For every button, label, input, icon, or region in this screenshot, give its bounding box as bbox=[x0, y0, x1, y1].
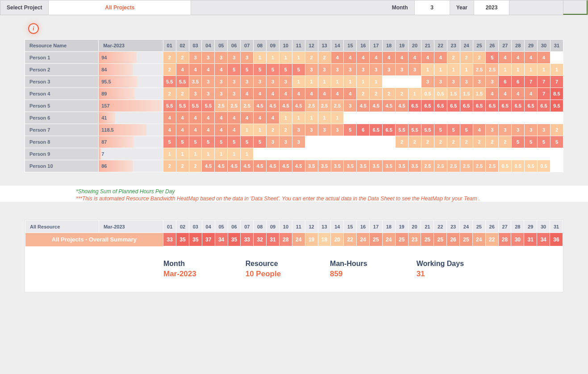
heatmap-cell: 2 bbox=[305, 52, 318, 64]
heatmap-cell: 2 bbox=[473, 136, 486, 148]
summary-col-left: All Resource bbox=[25, 220, 99, 233]
heatmap-cell bbox=[408, 148, 421, 160]
summary-col-day: 23 bbox=[447, 220, 460, 233]
col-header-day: 17 bbox=[370, 40, 383, 52]
heatmap-cell bbox=[396, 148, 409, 160]
heatmap-cell bbox=[486, 148, 499, 160]
summary-col-day: 05 bbox=[215, 220, 228, 233]
heatmap-cell: 1 bbox=[331, 112, 344, 124]
summary-cell: 24 bbox=[382, 233, 395, 246]
resource-name: Person 10 bbox=[25, 160, 99, 172]
heatmap-cell: 1 bbox=[189, 148, 202, 160]
heatmap-cell: 5 bbox=[163, 136, 176, 148]
col-header-day: 21 bbox=[421, 40, 434, 52]
heatmap-cell: 5.5 bbox=[163, 100, 176, 112]
heatmap-cell: 3 bbox=[292, 124, 305, 136]
col-header-day: 19 bbox=[396, 40, 409, 52]
heatmap-cell: 2 bbox=[473, 52, 486, 64]
heatmap-cell: 5.5 bbox=[202, 100, 215, 112]
stat-hours-label: Man-Hours bbox=[330, 260, 367, 268]
summary-cell: 22 bbox=[485, 233, 498, 246]
heatmap-cell: 1 bbox=[292, 76, 305, 88]
heatmap-cell: 2.5 bbox=[241, 100, 254, 112]
summary-cell: 24 bbox=[357, 233, 370, 246]
summary-cell: 35 bbox=[228, 233, 241, 246]
heatmap-cell: 4.5 bbox=[292, 160, 305, 172]
resource-total: 95.5 bbox=[99, 76, 163, 88]
summary-col-day: 26 bbox=[485, 220, 498, 233]
heatmap-row: Person 1 94 2233333111122444444444222544… bbox=[25, 52, 563, 64]
heatmap-cell: 4 bbox=[215, 124, 228, 136]
heatmap-cell: 4 bbox=[176, 124, 189, 136]
heatmap-cell bbox=[499, 112, 512, 124]
heatmap-cell: 1 bbox=[370, 76, 383, 88]
resource-name: Person 7 bbox=[25, 124, 99, 136]
heatmap-cell: 2 bbox=[189, 160, 202, 172]
year-input[interactable]: 2023 bbox=[474, 0, 509, 15]
heatmap-cell: 3 bbox=[538, 124, 550, 136]
col-header-day: 06 bbox=[228, 40, 241, 52]
heatmap-cell: 4.5 bbox=[383, 100, 396, 112]
heatmap-cell: 4 bbox=[344, 52, 357, 64]
resource-total: 41 bbox=[99, 112, 163, 124]
summary-col-day: 10 bbox=[279, 220, 292, 233]
month-input[interactable]: 3 bbox=[414, 0, 450, 15]
col-header-day: 25 bbox=[473, 40, 486, 52]
heatmap-cell: 3.5 bbox=[344, 160, 357, 172]
year-label: Year bbox=[450, 0, 474, 15]
heatmap-cell: 1 bbox=[215, 148, 228, 160]
heatmap-cell bbox=[396, 76, 409, 88]
heatmap-cell: 4.5 bbox=[267, 160, 279, 172]
heatmap-cell: 3 bbox=[318, 124, 331, 136]
heatmap-cell: 3 bbox=[512, 124, 525, 136]
heatmap-cell: 4 bbox=[228, 124, 241, 136]
heatmap-cell: 4 bbox=[512, 88, 525, 100]
heatmap-cell: 4 bbox=[228, 112, 241, 124]
col-header-day: 10 bbox=[279, 40, 292, 52]
col-header-day: 14 bbox=[331, 40, 344, 52]
project-select[interactable]: All Projects bbox=[48, 0, 191, 15]
heatmap-cell bbox=[460, 148, 473, 160]
heatmap-cell: 4 bbox=[383, 52, 396, 64]
summary-col-day: 19 bbox=[395, 220, 408, 233]
heatmap-cell: 5 bbox=[512, 136, 525, 148]
summary-col-day: 17 bbox=[369, 220, 382, 233]
heatmap-cell: 6.5 bbox=[447, 100, 460, 112]
heatmap-cell: 2 bbox=[163, 52, 176, 64]
heatmap-cell: 3 bbox=[318, 64, 331, 76]
heatmap-cell: 3 bbox=[292, 136, 305, 148]
heatmap-cell: 3 bbox=[241, 76, 254, 88]
heatmap-cell: 3 bbox=[305, 64, 318, 76]
heatmap-cell: 1 bbox=[512, 64, 525, 76]
summary-col-day: 12 bbox=[305, 220, 318, 233]
col-header-name: Resource Name bbox=[25, 40, 99, 52]
heatmap-cell: 4 bbox=[241, 112, 254, 124]
info-icon[interactable]: i bbox=[28, 23, 39, 34]
heatmap-cell: 5 bbox=[279, 64, 292, 76]
heatmap-cell: 4.5 bbox=[357, 100, 370, 112]
stat-days-label: Working Days bbox=[417, 260, 464, 268]
summary-col-day: 06 bbox=[228, 220, 241, 233]
heatmap-cell: 4.5 bbox=[292, 100, 305, 112]
heatmap-cell: 3.5 bbox=[357, 160, 370, 172]
heatmap-cell: 2 bbox=[447, 52, 460, 64]
heatmap-cell: 1.5 bbox=[460, 88, 473, 100]
heatmap-row: Person 9 7 1111111 bbox=[25, 148, 563, 160]
heatmap-cell: 4 bbox=[525, 52, 538, 64]
heatmap-cell: 4 bbox=[370, 52, 383, 64]
heatmap-cell: 1 bbox=[305, 76, 318, 88]
summary-cell: 25 bbox=[395, 233, 408, 246]
heatmap-cell bbox=[421, 148, 434, 160]
resource-total: 94 bbox=[99, 52, 163, 64]
heatmap-cell: 4 bbox=[189, 124, 202, 136]
heatmap-cell: 2.5 bbox=[318, 100, 331, 112]
stat-resource-value: 10 People bbox=[246, 270, 281, 278]
heatmap-cell: 1 bbox=[447, 64, 460, 76]
heatmap-cell: 7 bbox=[550, 76, 563, 88]
summary-col-day: 03 bbox=[189, 220, 202, 233]
heatmap-cell: 5 bbox=[254, 136, 267, 148]
summary-section: All ResourceMar-202301020304050607080910… bbox=[25, 220, 563, 292]
heatmap-cell: 6 bbox=[512, 76, 525, 88]
heatmap-cell: 6.5 bbox=[512, 100, 525, 112]
resource-name: Person 8 bbox=[25, 136, 99, 148]
